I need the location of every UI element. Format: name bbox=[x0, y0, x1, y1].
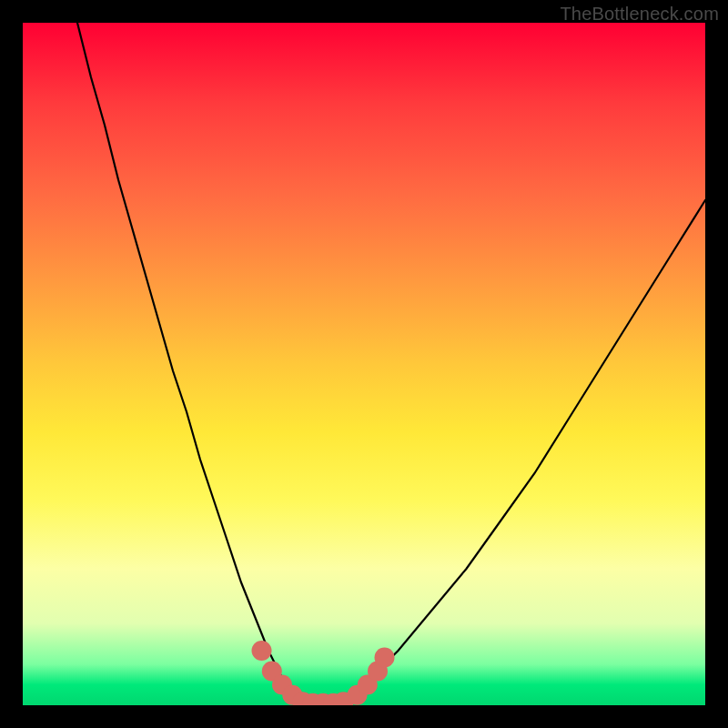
optimal-range-markers bbox=[23, 23, 705, 705]
marker-dot bbox=[252, 641, 272, 661]
chart-stage: TheBottleneck.com bbox=[0, 0, 728, 728]
watermark-text: TheBottleneck.com bbox=[560, 4, 719, 25]
plot-area bbox=[23, 23, 705, 705]
marker-dot bbox=[375, 648, 395, 668]
